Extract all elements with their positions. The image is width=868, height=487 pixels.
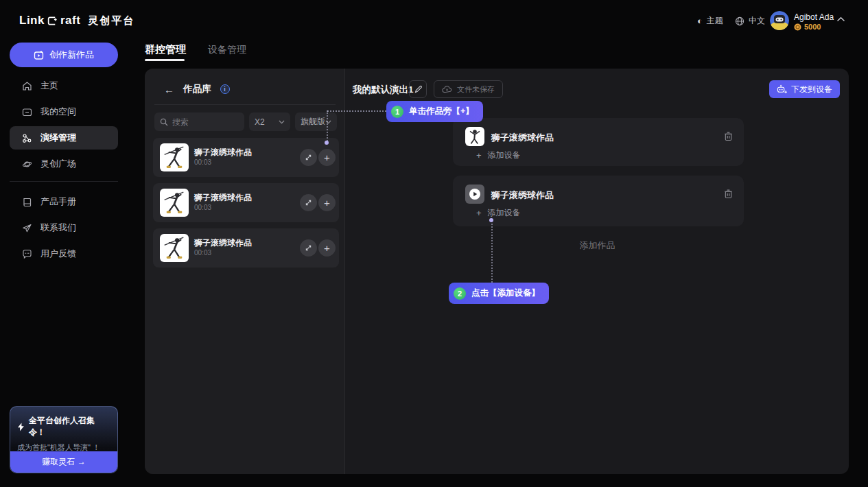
work-duration: 00:03 bbox=[194, 249, 211, 257]
back-arrow-icon[interactable]: ← bbox=[164, 84, 174, 95]
guide-connector-2-startpoint bbox=[489, 218, 493, 222]
library-work-card[interactable]: 狮子滚绣球作品 00:03 + bbox=[153, 183, 339, 222]
edition-dropdown[interactable]: 旗舰版 bbox=[295, 112, 337, 131]
library-title: 作品库 bbox=[183, 83, 211, 95]
step-number-badge: 2 bbox=[454, 287, 466, 300]
expand-icon bbox=[305, 244, 312, 252]
speed-dropdown[interactable]: X2 bbox=[249, 112, 290, 131]
expand-icon bbox=[305, 154, 312, 161]
earn-gems-button[interactable]: 赚取灵石 → bbox=[10, 451, 117, 473]
chevron-down-icon bbox=[279, 120, 285, 124]
pencil-icon bbox=[414, 85, 423, 94]
theme-label: 主题 bbox=[707, 15, 723, 27]
search-input[interactable] bbox=[172, 117, 239, 127]
brand-logo[interactable]: Link raft 灵创平台 bbox=[19, 14, 134, 27]
user-name: Agibot Ada bbox=[794, 12, 834, 22]
rename-button[interactable] bbox=[409, 80, 427, 98]
paper-plane-icon bbox=[22, 223, 32, 233]
create-new-work-label: 创作新作品 bbox=[49, 49, 94, 61]
sidebar-item-label: 用户反馈 bbox=[40, 248, 76, 260]
add-device-label: 添加设备 bbox=[488, 207, 521, 219]
book-icon bbox=[22, 197, 32, 207]
stage-work-row[interactable]: 狮子滚绣球作品 + 添加设备 bbox=[453, 118, 744, 166]
promo-title: 全平台创作人召集令！ bbox=[29, 415, 110, 438]
robot-pose-image bbox=[160, 189, 189, 217]
guide-tooltip-step1: 1 单击作品旁【+】 bbox=[386, 101, 483, 122]
show-title: 我的默认演出1 bbox=[353, 84, 414, 96]
sidebar-item-plaza[interactable]: 灵创广场 bbox=[10, 152, 118, 176]
chat-bubble-icon bbox=[22, 249, 32, 259]
folder-icon bbox=[22, 107, 32, 117]
deploy-to-device-button[interactable]: 下发到设备 bbox=[769, 80, 840, 98]
guide-connector-1-endpoint bbox=[325, 141, 329, 145]
add-work-button[interactable]: + bbox=[318, 239, 336, 257]
brand-link-text: Link bbox=[19, 14, 45, 27]
stage-area: 我的默认演出1 文件未保存 下发到设 bbox=[346, 69, 849, 474]
sidebar-item-feedback[interactable]: 用户反馈 bbox=[10, 242, 118, 265]
work-title: 狮子滚绣球作品 bbox=[194, 147, 252, 158]
robot-pose-image bbox=[160, 234, 189, 262]
language-switcher[interactable]: 中文 bbox=[735, 15, 765, 27]
add-work-button[interactable]: + bbox=[318, 149, 336, 166]
add-device-button[interactable]: + 添加设备 bbox=[476, 150, 521, 161]
globe-icon bbox=[735, 16, 744, 26]
speed-value: X2 bbox=[255, 117, 265, 127]
preview-expand-button[interactable] bbox=[300, 194, 317, 211]
library-search[interactable] bbox=[154, 112, 244, 131]
work-thumbnail bbox=[160, 189, 189, 217]
preview-expand-button[interactable] bbox=[300, 239, 317, 257]
sidebar-item-contact-us[interactable]: 联系我们 bbox=[10, 216, 118, 239]
add-device-label: 添加设备 bbox=[488, 150, 521, 161]
guide-connector-2-vertical bbox=[491, 224, 493, 283]
sidebar-item-product-manual[interactable]: 产品手册 bbox=[10, 190, 118, 213]
tab-group-control[interactable]: 群控管理 bbox=[145, 43, 186, 56]
works-library-panel: ← 作品库 i X2 旗舰版 bbox=[145, 69, 345, 474]
add-device-button[interactable]: + 添加设备 bbox=[476, 207, 521, 219]
theme-toggle[interactable]: ◐ 主题 bbox=[697, 15, 723, 27]
robot-pose-image bbox=[465, 127, 484, 146]
sidebar-item-home[interactable]: 主页 bbox=[10, 74, 118, 97]
work-duration: 00:03 bbox=[194, 158, 211, 166]
robot-pose-image bbox=[160, 143, 189, 171]
guide-tooltip-step2: 2 点击【添加设备】 bbox=[449, 283, 549, 304]
add-work-button[interactable]: + bbox=[318, 194, 336, 211]
info-icon[interactable]: i bbox=[220, 84, 230, 94]
language-label: 中文 bbox=[749, 15, 765, 27]
coin-balance[interactable]: 5000 bbox=[794, 23, 821, 31]
delete-work-button[interactable] bbox=[724, 131, 733, 141]
promo-card: 全平台创作人召集令！ 成为首批"机器人导演" ！ 赚取灵石 → bbox=[10, 406, 118, 473]
sidebar-item-performance-mgmt[interactable]: 演绎管理 bbox=[10, 126, 118, 150]
library-work-card[interactable]: 狮子滚绣球作品 00:03 + bbox=[153, 228, 339, 268]
trash-icon bbox=[724, 131, 733, 141]
robot-plus-icon bbox=[777, 84, 787, 94]
user-avatar[interactable] bbox=[770, 11, 789, 30]
sidebar-item-label: 产品手册 bbox=[40, 195, 76, 208]
search-icon bbox=[160, 118, 168, 126]
create-new-work-button[interactable]: 创作新作品 bbox=[10, 43, 118, 67]
library-header: ← 作品库 i bbox=[164, 83, 230, 95]
work-duration: 00:03 bbox=[194, 204, 211, 211]
edition-value: 旗舰版 bbox=[301, 116, 325, 128]
delete-work-button[interactable] bbox=[724, 189, 733, 199]
tab-device-mgmt[interactable]: 设备管理 bbox=[208, 44, 246, 56]
sidebar-item-label: 联系我们 bbox=[40, 222, 76, 234]
guide-connector-1-vertical bbox=[327, 110, 328, 141]
sidebar-divider bbox=[10, 181, 118, 182]
app-root: Link raft 灵创平台 ◐ 主题 中文 Agibot Ada bbox=[0, 0, 868, 487]
promo-title-row: 全平台创作人召集令！ bbox=[17, 415, 110, 438]
coin-value: 5000 bbox=[804, 23, 821, 31]
step-number-badge: 1 bbox=[391, 106, 403, 118]
plus-icon: + bbox=[476, 209, 482, 217]
work-thumbnail-playing[interactable] bbox=[465, 185, 484, 204]
theme-icon: ◐ bbox=[697, 16, 703, 25]
stage-work-row[interactable]: 狮子滚绣球作品 + 添加设备 bbox=[453, 176, 744, 226]
play-icon bbox=[469, 188, 481, 200]
guide-connector-1-horizontal bbox=[327, 110, 386, 112]
preview-expand-button[interactable] bbox=[300, 149, 317, 166]
work-thumbnail bbox=[160, 234, 189, 262]
trash-icon bbox=[724, 189, 733, 199]
work-title: 狮子滚绣球作品 bbox=[194, 192, 252, 204]
sidebar-item-my-space[interactable]: 我的空间 bbox=[10, 100, 118, 123]
library-work-card[interactable]: 狮子滚绣球作品 00:03 + bbox=[153, 138, 339, 177]
user-menu-chevron[interactable] bbox=[836, 16, 845, 22]
